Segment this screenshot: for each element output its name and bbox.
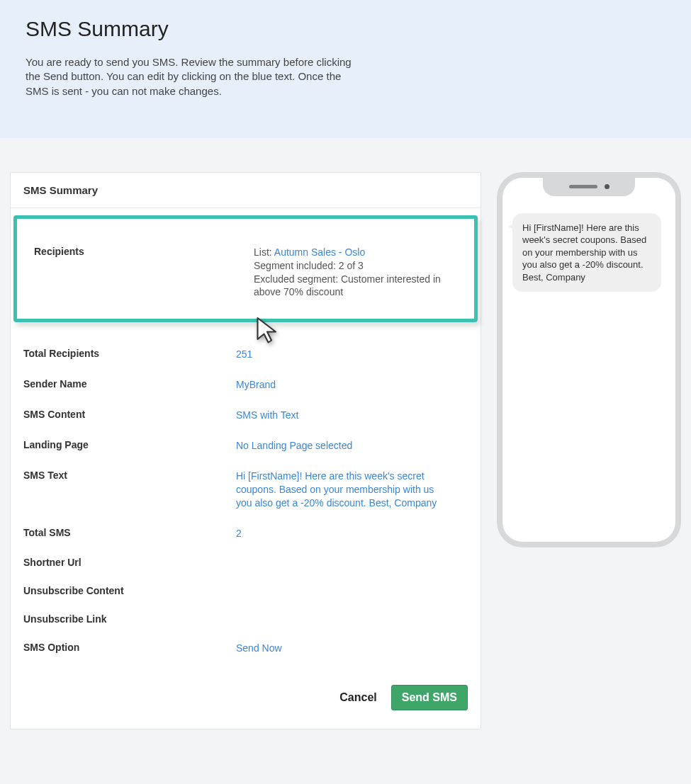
- row-sms-text: SMS Text Hi [FirstName]! Here are this w…: [11, 461, 481, 518]
- unsubscribe-link-label: Unsubscribe Link: [23, 613, 236, 625]
- total-recipients-link[interactable]: 251: [236, 348, 252, 360]
- total-sms-label: Total SMS: [23, 527, 236, 538]
- sms-text-link[interactable]: Hi [FirstName]! Here are this week's sec…: [236, 470, 437, 509]
- card-title: SMS Summary: [23, 184, 468, 196]
- actions-bar: Cancel Send SMS: [11, 681, 481, 729]
- recipients-value: List: Autumn Sales - Oslo Segment includ…: [254, 246, 457, 300]
- cancel-button[interactable]: Cancel: [339, 691, 376, 704]
- phone-screen: Hi [FirstName]! Here are this week's sec…: [502, 178, 675, 542]
- sms-content-link[interactable]: SMS with Text: [236, 409, 298, 421]
- total-sms-link[interactable]: 2: [236, 528, 242, 539]
- sms-text-label: SMS Text: [23, 470, 236, 481]
- recipients-highlight-box: Recipients List: Autumn Sales - Oslo Seg…: [13, 215, 478, 323]
- content-wrap: SMS Summary Recipients List: Autumn Sale…: [0, 138, 691, 751]
- recipients-list-link[interactable]: Autumn Sales - Oslo: [274, 246, 365, 258]
- page-description: You are ready to send you SMS. Review th…: [26, 55, 359, 98]
- row-recipients: Recipients List: Autumn Sales - Oslo Seg…: [34, 246, 457, 300]
- row-sms-content: SMS Content SMS with Text: [11, 400, 481, 431]
- phone-mockup: Hi [FirstName]! Here are this week's sec…: [497, 172, 681, 547]
- phone-speaker-icon: [569, 185, 597, 188]
- rows-wrap: Total Recipients 251 Sender Name MyBrand…: [11, 332, 481, 681]
- sms-preview-bubble: Hi [FirstName]! Here are this week's sec…: [512, 213, 661, 292]
- row-shortner-url: Shortner Url: [11, 548, 481, 576]
- row-unsubscribe-content: Unsubscribe Content: [11, 576, 481, 605]
- landing-page-label: Landing Page: [23, 439, 236, 450]
- hero-banner: SMS Summary You are ready to send you SM…: [0, 0, 691, 138]
- recipients-segment-included: Segment included: 2 of 3: [254, 260, 364, 271]
- landing-page-link[interactable]: No Landing Page selected: [236, 440, 352, 451]
- recipients-list-prefix: List:: [254, 246, 274, 258]
- cursor-icon: [254, 316, 280, 346]
- page-title: SMS Summary: [26, 17, 665, 41]
- sender-name-link[interactable]: MyBrand: [236, 379, 276, 390]
- phone-camera-icon: [605, 184, 609, 189]
- summary-card: SMS Summary Recipients List: Autumn Sale…: [10, 172, 481, 730]
- sms-content-label: SMS Content: [23, 409, 236, 420]
- unsubscribe-content-label: Unsubscribe Content: [23, 585, 236, 596]
- row-sms-option: SMS Option Send Now: [11, 633, 481, 664]
- row-unsubscribe-link: Unsubscribe Link: [11, 605, 481, 633]
- recipients-label: Recipients: [34, 246, 254, 257]
- sms-option-link[interactable]: Send Now: [236, 642, 282, 654]
- recipients-excluded-segment: Excluded segment: Customer interested in…: [254, 273, 441, 298]
- row-total-recipients: Total Recipients 251: [11, 339, 481, 370]
- total-recipients-label: Total Recipients: [23, 348, 236, 359]
- phone-notch: [543, 178, 635, 196]
- sms-option-label: SMS Option: [23, 642, 236, 653]
- shortner-url-label: Shortner Url: [23, 557, 236, 568]
- send-sms-button[interactable]: Send SMS: [391, 685, 468, 710]
- row-sender-name: Sender Name MyBrand: [11, 370, 481, 400]
- row-landing-page: Landing Page No Landing Page selected: [11, 431, 481, 461]
- row-total-sms: Total SMS 2: [11, 518, 481, 549]
- card-header: SMS Summary: [11, 173, 481, 208]
- sender-name-label: Sender Name: [23, 378, 236, 390]
